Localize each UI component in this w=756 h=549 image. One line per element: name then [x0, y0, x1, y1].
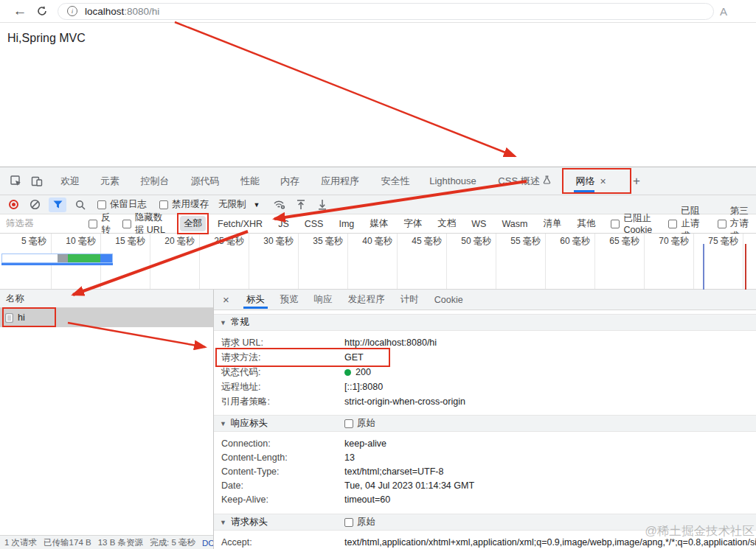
- export-har-button[interactable]: [315, 198, 330, 211]
- browser-toolbar-icon[interactable]: A: [720, 5, 727, 18]
- tab-sources[interactable]: 源代码: [187, 167, 223, 195]
- request-raw-toggle[interactable]: 原始: [344, 516, 375, 528]
- timeline-tick-label: 65 毫秒: [595, 235, 645, 248]
- filter-input[interactable]: 筛选器: [0, 217, 78, 230]
- resource-type-filters: 全部 Fetch/XHR JS CSS Img 媒体 字体 文档 WS Wasm…: [180, 216, 599, 231]
- filter-pill-manifest[interactable]: 清单: [539, 216, 565, 231]
- invert-filter-toggle[interactable]: 反转: [89, 211, 111, 237]
- disable-cache-checkbox[interactable]: [159, 200, 168, 209]
- blocked-cookies-checkbox[interactable]: [611, 220, 620, 228]
- hide-data-urls-checkbox[interactable]: [122, 220, 131, 228]
- request-raw-checkbox[interactable]: [344, 518, 353, 527]
- tab-security[interactable]: 安全性: [378, 167, 413, 195]
- device-toolbar-icon[interactable]: [27, 171, 47, 192]
- request-table-name-header[interactable]: 名称: [0, 290, 213, 308]
- filter-pill-css[interactable]: CSS: [301, 217, 327, 231]
- collapse-triangle-icon: ▼: [220, 420, 226, 427]
- filter-pill-doc[interactable]: 文档: [434, 216, 460, 231]
- record-network-log-button[interactable]: [6, 198, 21, 211]
- details-tab-initiator[interactable]: 发起程序: [348, 290, 385, 310]
- filter-pill-js[interactable]: JS: [274, 217, 293, 231]
- timeline-tick-label: 35 毫秒: [299, 235, 348, 248]
- close-network-tab-icon[interactable]: ×: [600, 175, 606, 187]
- throttling-dropdown[interactable]: 无限制 ▼: [218, 198, 260, 211]
- details-tab-cookie[interactable]: Cookie: [434, 290, 463, 310]
- details-tab-response[interactable]: 响应: [314, 290, 333, 310]
- tab-lighthouse[interactable]: Lighthouse: [428, 167, 478, 195]
- collapse-triangle-icon: ▼: [220, 519, 226, 526]
- blocked-cookies-toggle[interactable]: 已阻止 Cookie: [611, 212, 658, 235]
- general-rows: 请求 URL:http://localhost:8080/hi 请求方法:GET…: [214, 331, 756, 409]
- details-tab-headers[interactable]: 标头: [246, 290, 265, 310]
- header-row-request-url: 请求 URL:http://localhost:8080/hi: [221, 335, 756, 350]
- invert-checkbox[interactable]: [89, 220, 97, 228]
- filter-pill-all[interactable]: 全部: [180, 216, 206, 231]
- filter-pill-media[interactable]: 媒体: [366, 216, 392, 231]
- tab-performance[interactable]: 性能: [237, 167, 263, 195]
- back-button[interactable]: ←: [9, 1, 31, 21]
- url-input[interactable]: localhost:8080/hi: [85, 6, 159, 17]
- tab-css-overview[interactable]: CSS 概述: [493, 167, 556, 195]
- tab-elements[interactable]: 元素: [97, 167, 122, 195]
- header-row-date: Date:Tue, 04 Jul 2023 01:14:34 GMT: [221, 478, 756, 492]
- tab-welcome[interactable]: 欢迎: [58, 167, 83, 195]
- tab-application[interactable]: 应用程序: [317, 167, 363, 195]
- filter-pill-other[interactable]: 其他: [573, 216, 599, 231]
- filter-toggle-button[interactable]: [49, 197, 66, 212]
- filter-pill-fetch-xhr[interactable]: Fetch/XHR: [214, 217, 266, 231]
- tab-network[interactable]: 网络 ×: [569, 167, 612, 195]
- clear-icon: [30, 199, 41, 210]
- hide-data-urls-toggle[interactable]: 隐藏数据 URL: [122, 211, 171, 237]
- filter-pill-ws[interactable]: WS: [468, 217, 490, 231]
- header-row-status-code: 状态代码: 200: [221, 365, 756, 380]
- close-details-icon[interactable]: ×: [223, 293, 229, 306]
- experiment-flask-icon: [543, 175, 551, 186]
- tab-console[interactable]: 控制台: [137, 167, 173, 195]
- arrow-up-to-bar-icon: [296, 199, 306, 211]
- filter-pill-img[interactable]: Img: [335, 217, 358, 231]
- network-summary-bar: 1 次请求 已传输174 B 13 B 条资源 完成: 5 毫秒 DC: [0, 535, 213, 549]
- clear-network-log-button[interactable]: [27, 198, 42, 211]
- filter-pill-wasm[interactable]: Wasm: [498, 217, 531, 231]
- timeline-tick-label: 75 毫秒: [694, 235, 743, 248]
- timeline-tick-label: 5 毫秒: [2, 235, 52, 248]
- disable-cache-toggle[interactable]: 禁用缓存: [159, 198, 209, 211]
- refresh-icon: [36, 5, 48, 17]
- response-header-rows: Connection:keep-alive Content-Length:13 …: [214, 432, 756, 506]
- filter-pill-font[interactable]: 字体: [400, 216, 426, 231]
- third-party-checkbox[interactable]: [718, 220, 726, 228]
- preserve-log-checkbox[interactable]: [97, 200, 106, 209]
- site-info-icon[interactable]: i: [67, 6, 77, 16]
- request-row-hi[interactable]: hi: [0, 308, 213, 327]
- header-row-connection: Connection:keep-alive: [221, 436, 756, 450]
- refresh-button[interactable]: [31, 1, 53, 21]
- blocked-requests-checkbox[interactable]: [668, 220, 677, 228]
- inspect-element-icon[interactable]: [6, 171, 27, 192]
- timeline-ruler: 5 毫秒10 毫秒15 毫秒20 毫秒25 毫秒30 毫秒35 毫秒40 毫秒4…: [0, 234, 756, 248]
- network-conditions-button[interactable]: [272, 198, 287, 211]
- preserve-log-toggle[interactable]: 保留日志: [97, 198, 147, 211]
- details-tab-preview[interactable]: 预览: [280, 290, 299, 310]
- timeline-tick-label: 15 毫秒: [101, 235, 150, 248]
- add-panel-button[interactable]: +: [631, 167, 642, 195]
- general-section-header[interactable]: ▼ 常规: [214, 314, 756, 331]
- devtools-tabbar: 欢迎 元素 控制台 源代码 性能 内存 应用程序 安全性 Lighthouse …: [0, 167, 756, 195]
- response-raw-checkbox[interactable]: [344, 419, 353, 428]
- page-body-text: Hi,Spring MVC: [7, 32, 86, 45]
- search-button[interactable]: [73, 198, 88, 211]
- network-overview-timeline[interactable]: 5 毫秒10 毫秒15 毫秒20 毫秒25 毫秒30 毫秒35 毫秒40 毫秒4…: [0, 234, 756, 290]
- address-bar[interactable]: i localhost:8080/hi: [58, 3, 714, 20]
- import-har-button[interactable]: [294, 198, 308, 211]
- overview-selection-strip: [1, 263, 113, 265]
- response-raw-toggle[interactable]: 原始: [344, 417, 375, 430]
- tab-memory[interactable]: 内存: [277, 167, 302, 195]
- details-tab-timing[interactable]: 计时: [400, 290, 419, 310]
- network-filter-bar: 筛选器 反转 隐藏数据 URL 全部 Fetch/XHR JS CSS Img …: [0, 214, 756, 234]
- header-row-remote-address: 远程地址:[::1]:8080: [221, 380, 756, 394]
- response-headers-section-header[interactable]: ▼ 响应标头 原始: [214, 415, 756, 432]
- timeline-tick-label: 45 毫秒: [398, 235, 447, 248]
- header-row-referrer-policy: 引用者策略:strict-origin-when-cross-origin: [221, 394, 756, 409]
- request-list-panel: 名称 hi 1 次请求 已传输174 B 13 B 条资源 完成: 5 毫秒 D…: [0, 290, 214, 549]
- timeline-tick-label: 55 毫秒: [496, 235, 546, 248]
- timeline-tick-label: 10 毫秒: [52, 235, 101, 248]
